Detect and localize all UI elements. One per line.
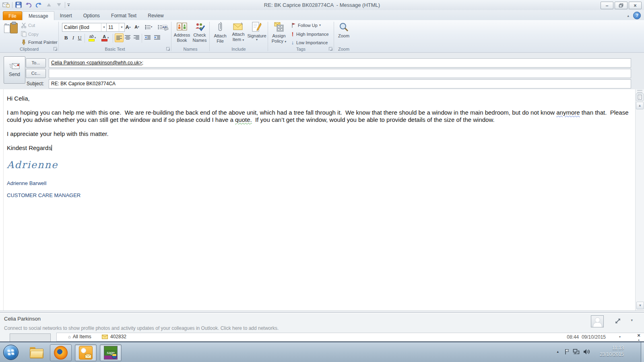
- undo-icon[interactable]: [25, 1, 33, 8]
- signature-button[interactable]: Signature ▾: [247, 22, 267, 41]
- to-button[interactable]: To...: [26, 58, 46, 68]
- message-header: Send To... Celia Parkinson <cparkinson@w…: [0, 53, 644, 90]
- assign-policy-icon: [274, 22, 284, 32]
- divider: [113, 34, 113, 43]
- tab-all-items[interactable]: ⌂ All Items: [68, 334, 91, 339]
- check-names-button[interactable]: Check Names: [191, 22, 208, 43]
- people-pane-splitter[interactable]: [0, 311, 644, 314]
- assign-policy-button[interactable]: Assign Policy ▾: [270, 22, 288, 44]
- close-social-bar-icon[interactable]: ×: [637, 333, 640, 337]
- send-button[interactable]: Send: [4, 56, 25, 84]
- tab-options[interactable]: Options: [78, 11, 105, 20]
- taskbar-item-firefox[interactable]: [50, 344, 72, 361]
- redo-icon[interactable]: [35, 1, 43, 8]
- tab-file[interactable]: File: [3, 11, 22, 21]
- low-importance-button[interactable]: ↓ Low Importance: [291, 39, 328, 45]
- help-icon[interactable]: ?: [633, 12, 641, 19]
- show-desktop-button[interactable]: [641, 342, 644, 362]
- clipboard-dialog-launcher-icon[interactable]: [54, 47, 57, 51]
- network-icon[interactable]: [573, 349, 580, 355]
- follow-up-button[interactable]: Follow Up ▾: [291, 23, 321, 28]
- text-highlight-icon: ab: [89, 35, 95, 41]
- minimize-ribbon-icon[interactable]: ▴: [627, 14, 629, 18]
- close-button[interactable]: ×: [629, 2, 642, 9]
- social-connector-text[interactable]: Connect to social networks to show profi…: [4, 325, 279, 331]
- restore-button[interactable]: [615, 2, 627, 9]
- save-icon[interactable]: [14, 1, 23, 8]
- taskbar-item-sage[interactable]: sage: [100, 344, 122, 361]
- clock-time: 11:13: [588, 345, 624, 351]
- grow-font-button[interactable]: A▴: [124, 23, 132, 31]
- split-handle[interactable]: [637, 90, 642, 93]
- decrease-indent-icon: [144, 35, 151, 40]
- basic-text-dialog-launcher-icon[interactable]: [166, 47, 170, 51]
- scroll-up-button[interactable]: ▲: [636, 102, 644, 109]
- spin-up-icon[interactable]: ▴: [638, 338, 640, 341]
- align-center-button[interactable]: [124, 33, 132, 41]
- align-left-button[interactable]: [115, 33, 124, 42]
- paragraph-main: I am hoping you can help me with this on…: [7, 109, 631, 123]
- grammar-flagged-word: anymore: [556, 109, 580, 116]
- decrease-indent-button[interactable]: [144, 33, 152, 41]
- attach-item-button[interactable]: Attach Item ▾: [230, 22, 247, 42]
- greeting-line: Hi Celia,: [7, 95, 631, 102]
- tab-format-text[interactable]: Format Text: [105, 11, 142, 20]
- action-center-flag-icon[interactable]: [564, 349, 570, 355]
- scroll-down-button[interactable]: ▼: [636, 302, 644, 309]
- tab-message[interactable]: Message: [23, 11, 54, 20]
- previous-item-icon[interactable]: [45, 1, 53, 8]
- attach-file-button[interactable]: Attach File: [212, 22, 228, 44]
- taskbar-item-outlook[interactable]: [75, 344, 97, 361]
- clear-formatting-button[interactable]: AB: [162, 23, 167, 30]
- tab-insert[interactable]: Insert: [54, 11, 78, 20]
- ruler-toggle-icon[interactable]: [636, 93, 644, 101]
- body-editor[interactable]: Hi Celia, I am hoping you can help me wi…: [3, 89, 635, 311]
- sage-icon: sage: [104, 346, 118, 360]
- group-basic-text: Calibri (Bod ▾ 11 ▾ A▴ A▾ ▾ ▾: [59, 20, 171, 52]
- font-size-combo[interactable]: 11 ▾: [106, 23, 125, 32]
- font-color-button[interactable]: A ▾: [99, 34, 111, 42]
- contact-photo-placeholder[interactable]: [591, 315, 604, 327]
- chevron-down-icon: ▾: [119, 23, 124, 31]
- flag-icon: [291, 23, 296, 28]
- zoom-button[interactable]: Zoom: [336, 22, 352, 39]
- taskbar-item-explorer[interactable]: [27, 344, 46, 360]
- tab-review[interactable]: Review: [142, 11, 169, 20]
- bullets-button[interactable]: ▾: [142, 23, 155, 31]
- hidden-icons-button[interactable]: ▴: [557, 350, 559, 354]
- list-item[interactable]: 402832: [102, 334, 126, 339]
- customize-qat-icon[interactable]: ▾: [67, 4, 70, 6]
- send-icon: [9, 63, 20, 70]
- increase-indent-button[interactable]: [153, 33, 161, 41]
- bold-button[interactable]: B: [62, 34, 70, 42]
- text-highlight-button[interactable]: ab ▾: [86, 34, 98, 42]
- taskbar-clock[interactable]: 11:13 23/10/2015: [588, 345, 624, 358]
- copy-button[interactable]: Copy: [21, 31, 39, 37]
- subject-field[interactable]: RE: BK Caprice BK028774CA: [49, 79, 631, 88]
- to-recipient[interactable]: Celia Parkinson <cparkinson@whh.co.uk>;: [51, 60, 143, 66]
- chevron-down-icon[interactable]: ▾: [631, 318, 633, 322]
- underline-button[interactable]: U: [76, 34, 84, 42]
- cc-field[interactable]: [49, 69, 631, 78]
- cut-button[interactable]: Cut: [21, 23, 35, 28]
- taskbar: sage ▴ 11:13 23/10/2015: [0, 341, 644, 362]
- align-right-button[interactable]: [132, 33, 140, 41]
- body-scrollbar[interactable]: ▲ ▼: [635, 89, 644, 311]
- tags-dialog-launcher-icon[interactable]: [329, 47, 332, 51]
- shrink-font-button[interactable]: A▾: [133, 23, 141, 31]
- to-field[interactable]: Celia Parkinson <cparkinson@whh.co.uk>;: [49, 58, 631, 68]
- address-book-button[interactable]: Address Book: [173, 22, 191, 43]
- next-item-icon[interactable]: [55, 1, 63, 8]
- format-painter-button[interactable]: Format Painter: [21, 39, 58, 45]
- font-family-combo[interactable]: Calibri (Bod ▾: [62, 23, 107, 32]
- minimize-button[interactable]: –: [601, 2, 613, 9]
- cc-button[interactable]: Cc...: [26, 69, 46, 78]
- spelling-flagged-word: quote.: [235, 116, 252, 123]
- high-importance-button[interactable]: ! High Importance: [291, 31, 329, 37]
- message-system-icon[interactable]: [2, 1, 10, 8]
- expand-people-pane-icon[interactable]: [615, 318, 621, 324]
- paste-button[interactable]: Paste ▾: [2, 22, 18, 31]
- check-names-icon: [194, 22, 205, 31]
- start-button[interactable]: [3, 345, 19, 360]
- chevron-down-icon[interactable]: ▾: [619, 335, 621, 339]
